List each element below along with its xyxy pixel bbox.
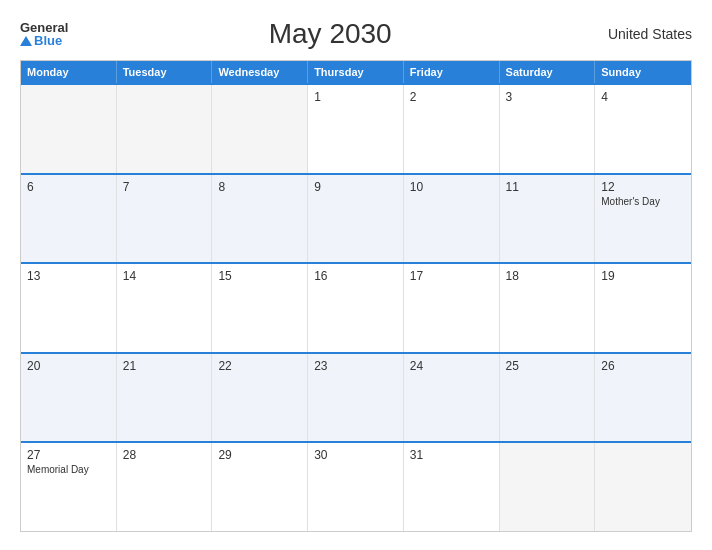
week-row-4: 20 21 22 23 24 25 26	[21, 352, 691, 442]
calendar: Monday Tuesday Wednesday Thursday Friday…	[20, 60, 692, 532]
table-row: 27 Memorial Day	[21, 443, 117, 531]
table-row	[117, 85, 213, 173]
table-row	[212, 85, 308, 173]
calendar-header: Monday Tuesday Wednesday Thursday Friday…	[21, 61, 691, 83]
table-row: 8	[212, 175, 308, 263]
table-row: 23	[308, 354, 404, 442]
country-label: United States	[592, 26, 692, 42]
table-row: 15	[212, 264, 308, 352]
table-row: 18	[500, 264, 596, 352]
calendar-body: 1 2 3 4 6 7	[21, 83, 691, 531]
col-thursday: Thursday	[308, 61, 404, 83]
table-row	[21, 85, 117, 173]
col-friday: Friday	[404, 61, 500, 83]
table-row: 3	[500, 85, 596, 173]
week-row-1: 1 2 3 4	[21, 83, 691, 173]
col-saturday: Saturday	[500, 61, 596, 83]
table-row: 6	[21, 175, 117, 263]
table-row: 31	[404, 443, 500, 531]
table-row: 11	[500, 175, 596, 263]
week-row-5: 27 Memorial Day 28 29 30 31	[21, 441, 691, 531]
page: General Blue May 2030 United States Mond…	[0, 0, 712, 550]
table-row	[595, 443, 691, 531]
table-row: 10	[404, 175, 500, 263]
table-row: 2	[404, 85, 500, 173]
calendar-title: May 2030	[68, 18, 592, 50]
table-row: 4	[595, 85, 691, 173]
table-row: 1	[308, 85, 404, 173]
table-row: 26	[595, 354, 691, 442]
table-row: 20	[21, 354, 117, 442]
table-row: 17	[404, 264, 500, 352]
table-row	[500, 443, 596, 531]
col-monday: Monday	[21, 61, 117, 83]
table-row: 24	[404, 354, 500, 442]
table-row: 14	[117, 264, 213, 352]
col-sunday: Sunday	[595, 61, 691, 83]
logo-triangle-icon	[20, 36, 32, 46]
table-row: 12 Mother's Day	[595, 175, 691, 263]
col-tuesday: Tuesday	[117, 61, 213, 83]
table-row: 28	[117, 443, 213, 531]
logo-blue-text: Blue	[20, 34, 62, 47]
week-row-2: 6 7 8 9 10 11 12 Mothe	[21, 173, 691, 263]
logo: General Blue	[20, 21, 68, 47]
col-wednesday: Wednesday	[212, 61, 308, 83]
table-row: 9	[308, 175, 404, 263]
table-row: 7	[117, 175, 213, 263]
table-row: 21	[117, 354, 213, 442]
table-row: 29	[212, 443, 308, 531]
week-row-3: 13 14 15 16 17 18 19	[21, 262, 691, 352]
table-row: 16	[308, 264, 404, 352]
table-row: 22	[212, 354, 308, 442]
table-row: 25	[500, 354, 596, 442]
table-row: 13	[21, 264, 117, 352]
table-row: 30	[308, 443, 404, 531]
header: General Blue May 2030 United States	[20, 18, 692, 50]
table-row: 19	[595, 264, 691, 352]
